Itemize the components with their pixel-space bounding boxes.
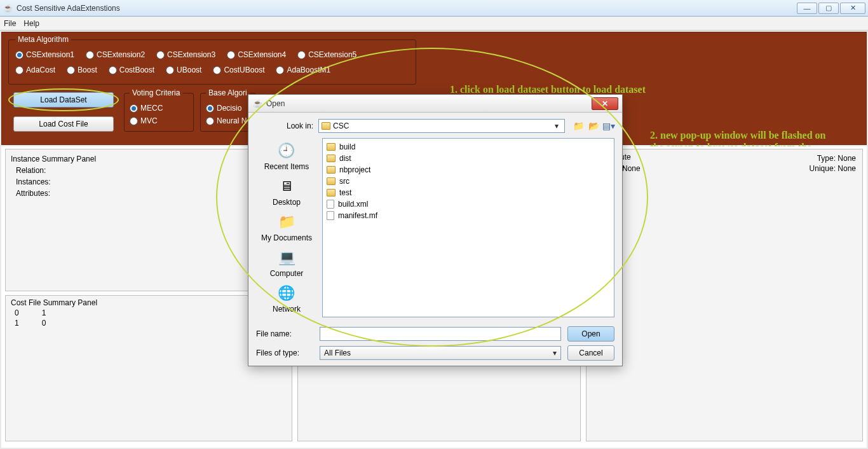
radio-csextension5[interactable]: CSExtension5 xyxy=(297,50,356,59)
view-menu-icon[interactable]: ▤▾ xyxy=(603,120,614,132)
chevron-down-icon: ▾ xyxy=(553,349,557,357)
menu-help[interactable]: Help xyxy=(24,19,39,28)
place-label: Recent Items xyxy=(264,162,309,171)
lookin-value: CSC xyxy=(333,121,349,130)
radio-label: Boost xyxy=(78,66,97,74)
file-item[interactable]: nbproject xyxy=(327,164,610,176)
load-dataset-button[interactable]: Load DataSet xyxy=(13,92,114,107)
chevron-down-icon: ▾ xyxy=(552,121,562,130)
menubar: File Help xyxy=(0,17,868,31)
cancel-button[interactable]: Cancel xyxy=(567,345,614,361)
radio-costboost[interactable]: CostBoost xyxy=(109,66,154,74)
place-label: Computer xyxy=(270,269,304,278)
cost-row: 10 xyxy=(15,319,287,328)
radio-label: CSExtension4 xyxy=(238,50,286,59)
file-item[interactable]: test xyxy=(327,187,610,198)
radio-costuboost[interactable]: CostUBoost xyxy=(213,66,264,74)
radio-label: Decisio xyxy=(217,104,241,113)
file-icon xyxy=(327,211,334,220)
base-legend: Base Algori xyxy=(206,88,250,97)
radio-label: CSExtension5 xyxy=(308,50,356,59)
meta-algorithm-group: Meta Algorithm CSExtension1CSExtension2C… xyxy=(8,35,416,85)
close-button[interactable]: ✕ xyxy=(840,3,865,14)
file-item[interactable]: manifest.mf xyxy=(327,210,610,221)
radio-icon xyxy=(15,51,24,59)
open-button[interactable]: Open xyxy=(567,326,614,342)
radio-label: CostUBoost xyxy=(224,66,264,74)
voting-criteria-group: Voting Criteria MECCMVC xyxy=(124,88,194,132)
type-label: Type: None xyxy=(593,153,856,164)
radio-mvc[interactable]: MVC xyxy=(130,116,188,125)
file-item[interactable]: build xyxy=(327,141,610,153)
load-costfile-button[interactable]: Load Cost File xyxy=(13,116,114,132)
radio-icon xyxy=(276,66,284,74)
instance-attributes: Attributes: xyxy=(16,189,287,198)
lookin-combobox[interactable]: CSC ▾ xyxy=(318,119,565,133)
window-titlebar: ☕ Cost Sensitive AdaExtenstions — ▢ ✕ xyxy=(0,0,868,17)
radio-adacost[interactable]: AdaCost xyxy=(15,66,55,74)
file-name: build.xml xyxy=(338,200,368,209)
radio-adaboostm1[interactable]: AdaBoostM1 xyxy=(276,66,330,74)
minimize-button[interactable]: — xyxy=(797,3,817,14)
radio-label: MVC xyxy=(140,116,158,125)
radio-csextension4[interactable]: CSExtension4 xyxy=(227,50,286,59)
radio-csextension1[interactable]: CSExtension1 xyxy=(15,50,74,59)
voting-legend: Voting Criteria xyxy=(130,88,182,97)
radio-icon xyxy=(130,117,138,125)
file-open-dialog: ☕ Open ✕ Look in: CSC ▾ 📁 📂 ▤▾ 🕘Recent I… xyxy=(248,94,623,366)
radio-icon xyxy=(86,51,94,59)
window-title: Cost Sensitive AdaExtenstions xyxy=(17,4,797,13)
radio-icon xyxy=(297,51,306,59)
radio-mecc[interactable]: MECC xyxy=(130,104,188,113)
radio-uboost[interactable]: UBoost xyxy=(166,66,201,74)
folder-icon xyxy=(327,177,336,185)
java-icon: ☕ xyxy=(252,99,262,109)
radio-icon xyxy=(206,104,214,113)
file-item[interactable]: dist xyxy=(327,153,610,164)
radio-decisio[interactable]: Decisio xyxy=(206,104,250,113)
new-folder-icon[interactable]: 📂 xyxy=(588,120,599,132)
radio-label: AdaCost xyxy=(26,66,55,74)
file-name: dist xyxy=(339,154,351,163)
radio-label: CSExtension3 xyxy=(167,50,215,59)
instance-relation: Relation: xyxy=(16,166,287,175)
file-item[interactable]: build.xml xyxy=(327,198,610,210)
radio-icon xyxy=(166,66,174,74)
file-name: manifest.mf xyxy=(338,211,377,220)
place-desktop[interactable]: 🖥Desktop xyxy=(273,176,301,207)
filetype-value: All Files xyxy=(324,349,351,357)
radio-icon xyxy=(130,104,138,113)
file-name: src xyxy=(339,177,349,186)
radio-label: AdaBoostM1 xyxy=(287,66,330,74)
place-network[interactable]: 🌐Network xyxy=(273,283,301,314)
up-folder-icon[interactable]: 📁 xyxy=(573,120,584,132)
meta-legend: Meta Algorithm xyxy=(15,35,71,44)
place-recent-items[interactable]: 🕘Recent Items xyxy=(264,141,309,171)
folder-icon xyxy=(322,122,330,130)
radio-icon xyxy=(227,51,235,59)
radio-icon xyxy=(213,66,221,74)
dialog-close-button[interactable]: ✕ xyxy=(592,97,618,110)
filetype-combobox[interactable]: All Files ▾ xyxy=(320,346,561,360)
radio-boost[interactable]: Boost xyxy=(67,66,97,74)
filename-input[interactable] xyxy=(320,327,561,341)
unique-label: Unique: None xyxy=(810,164,856,173)
file-item[interactable]: src xyxy=(327,176,610,187)
radio-label: CostBoost xyxy=(119,66,154,74)
file-list[interactable]: builddistnbprojectsrctestbuild.xmlmanife… xyxy=(322,138,614,317)
place-computer[interactable]: 💻Computer xyxy=(270,247,304,278)
radio-neural n[interactable]: Neural N xyxy=(206,116,250,125)
radio-csextension2[interactable]: CSExtension2 xyxy=(86,50,145,59)
instance-count: Instances: xyxy=(16,177,287,186)
radio-csextension3[interactable]: CSExtension3 xyxy=(156,50,215,59)
maximize-button[interactable]: ▢ xyxy=(818,3,839,14)
folder-icon xyxy=(327,143,336,151)
place-icon: 🕘 xyxy=(275,141,298,161)
dialog-titlebar: ☕ Open ✕ xyxy=(248,95,622,113)
place-label: My Documents xyxy=(261,233,312,242)
place-icon: 📁 xyxy=(275,212,298,232)
file-name: nbproject xyxy=(339,165,370,174)
radio-label: MECC xyxy=(140,104,163,113)
menu-file[interactable]: File xyxy=(4,19,16,28)
place-my-documents[interactable]: 📁My Documents xyxy=(261,212,312,242)
